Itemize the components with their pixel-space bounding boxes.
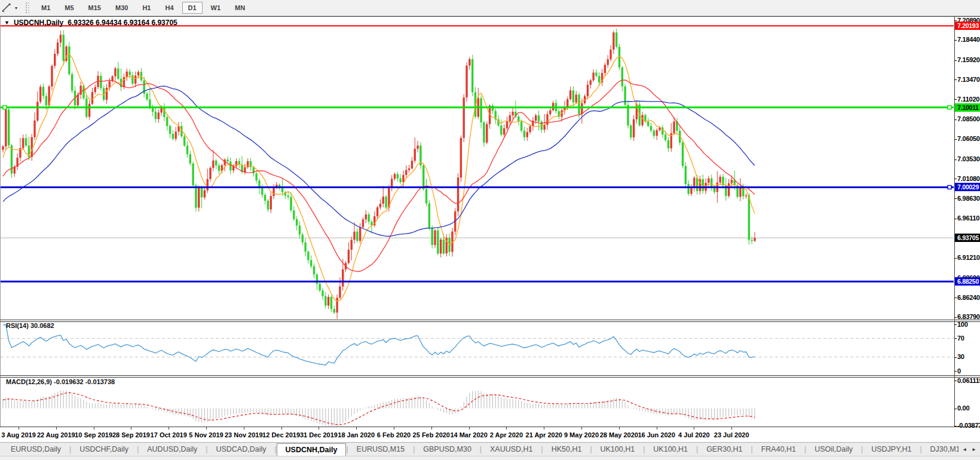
price-tick-label: 7.03530	[957, 155, 980, 162]
price-tick-mark	[954, 179, 957, 179]
price-axis-line	[954, 17, 955, 427]
price-tick-mark	[954, 298, 957, 298]
rsi-line	[3, 325, 755, 366]
rsi-pane	[1, 325, 954, 366]
moving-average-fast	[3, 54, 755, 302]
price-tick-label: 7.18440	[957, 36, 980, 43]
date-axis-tick	[581, 427, 582, 430]
date-axis-label: 14 Mar 2020	[450, 431, 487, 438]
price-tick-mark	[954, 99, 957, 100]
chart-tab-eurusd-m15[interactable]: EURUSD,M15	[348, 443, 414, 456]
price-tick-label: 6.91210	[957, 254, 980, 261]
price-tick-label: 7.13470	[957, 76, 980, 83]
tab-scroll-buttons: ◄ ►	[958, 443, 980, 456]
chart-tab-usdcnh-daily[interactable]: USDCNH,Daily	[277, 443, 347, 456]
date-axis-label: 25 Feb 2020	[413, 431, 450, 438]
price-tick-label: 7.08500	[957, 115, 980, 122]
date-axis-label: 23 Jul 2020	[714, 431, 749, 438]
chart-tab-fra40-h1[interactable]: FRA40,H1	[753, 443, 804, 456]
price-level-badge: 6.88250	[955, 277, 980, 286]
date-axis-label: 28 May 2020	[600, 431, 638, 438]
date-axis-label: 31 Dec 2019	[300, 431, 338, 438]
date-axis-label: 23 Nov 2019	[225, 431, 263, 438]
date-axis-label: 12 Dec 2019	[262, 431, 300, 438]
rsi-tick-label: 30	[957, 353, 964, 360]
date-axis-tick	[206, 427, 207, 430]
date-axis-tick	[169, 427, 169, 430]
macd-tick-label: 0.061119	[957, 377, 980, 384]
chart-tab-uk100-h1[interactable]: UK100,H1	[645, 443, 696, 456]
pane-separator[interactable]	[0, 375, 980, 376]
date-axis-tick	[244, 427, 244, 430]
price-tick-label: 7.11020	[957, 96, 979, 103]
price-tick-mark	[954, 258, 957, 259]
macd-pane	[3, 390, 755, 427]
rsi-tick-mark	[954, 324, 957, 325]
moving-average-medium	[3, 80, 755, 272]
moving-average-slow	[3, 86, 755, 236]
date-axis-label: 6 Feb 2020	[377, 431, 411, 438]
date-axis-tick	[19, 427, 19, 430]
date-axis-tick	[694, 427, 694, 430]
trading-platform-window: ▾ M1M5M15M30H1H4D1W1MN ▼ USDCNH,Daily 6.…	[0, 0, 980, 460]
date-axis-label: 21 Apr 2020	[526, 431, 562, 438]
price-tick-mark	[954, 219, 957, 219]
date-axis-label: 4 Jul 2020	[678, 431, 710, 438]
tab-scroll-right-icon[interactable]: ►	[969, 445, 979, 454]
date-axis-label: 16 Jun 2020	[638, 431, 675, 438]
chart-tab-xauusd-h1[interactable]: XAUUSD,H1	[482, 443, 541, 456]
chart-tab-usdcad-daily[interactable]: USDCAD,Daily	[207, 443, 274, 456]
date-axis-tick	[431, 427, 432, 430]
date-axis-tick	[469, 427, 470, 430]
pane-separator[interactable]	[0, 321, 980, 322]
macd-signal-line	[3, 392, 755, 425]
chart-canvas[interactable]	[0, 0, 980, 460]
status-bar	[0, 456, 980, 460]
chart-tab-ger30-h1[interactable]: GER30,H1	[698, 443, 751, 456]
date-axis-tick	[619, 427, 620, 430]
macd-tick-mark	[954, 409, 957, 409]
chart-tab-usdjpy-h1[interactable]: USDJPY,H1	[863, 443, 920, 456]
price-level-badge: 7.10011	[955, 103, 980, 112]
chart-tab-gbpusd-m30[interactable]: GBPUSD,M30	[415, 443, 480, 456]
price-tick-mark	[954, 79, 957, 80]
date-axis-tick	[56, 427, 57, 430]
date-axis-label: 22 Aug 2019	[37, 431, 75, 438]
chart-tab-usdchf-daily[interactable]: USDCHF,Daily	[71, 443, 137, 456]
price-tick-mark	[954, 198, 957, 199]
rsi-tick-mark	[954, 338, 957, 339]
price-tick-label: 6.98630	[957, 195, 980, 202]
price-tick-mark	[954, 60, 957, 61]
chart-menu-icon[interactable]: ▼	[4, 20, 10, 26]
rsi-tick-label: 70	[957, 335, 964, 342]
pane-separator[interactable]	[0, 377, 980, 378]
date-axis-label: 5 Nov 2019	[189, 431, 223, 438]
date-axis-label: 2 Apr 2020	[490, 431, 523, 438]
date-axis-tick	[318, 427, 319, 430]
rsi-tick-mark	[954, 357, 957, 358]
date-axis-tick	[544, 427, 544, 430]
tab-scroll-left-icon[interactable]: ◄	[960, 445, 969, 454]
chart-tab-eurusd-daily[interactable]: EURUSD,Daily	[2, 443, 69, 456]
pane-separator[interactable]	[0, 320, 980, 320]
date-axis-tick	[281, 427, 282, 430]
price-tick-label: 7.06050	[957, 135, 980, 142]
date-axis-tick	[131, 427, 131, 430]
chart-tab-uk100-h1[interactable]: UK100,H1	[592, 443, 644, 456]
macd-tick-mark	[954, 426, 957, 427]
rsi-tick-label: 0	[957, 367, 961, 375]
date-axis-tick	[731, 427, 732, 430]
date-axis-tick	[506, 427, 507, 430]
date-axis-label: 3 Aug 2019	[1, 431, 36, 438]
chart-tab-hk50-h1[interactable]: HK50,H1	[543, 443, 590, 456]
price-tick-mark	[954, 317, 957, 318]
chart-tab-usoil-daily[interactable]: USOil,Daily	[806, 443, 861, 456]
price-tick-mark	[954, 20, 957, 21]
date-axis-label: 17 Oct 2019	[151, 431, 187, 438]
price-tick-mark	[954, 160, 957, 160]
chart-window-bottom-border	[0, 427, 980, 427]
date-axis-label: 10 Sep 2019	[75, 431, 112, 438]
date-axis-tick	[657, 427, 657, 430]
chart-tab-audusd-daily[interactable]: AUDUSD,Daily	[139, 443, 206, 456]
date-axis-tick	[356, 427, 357, 430]
